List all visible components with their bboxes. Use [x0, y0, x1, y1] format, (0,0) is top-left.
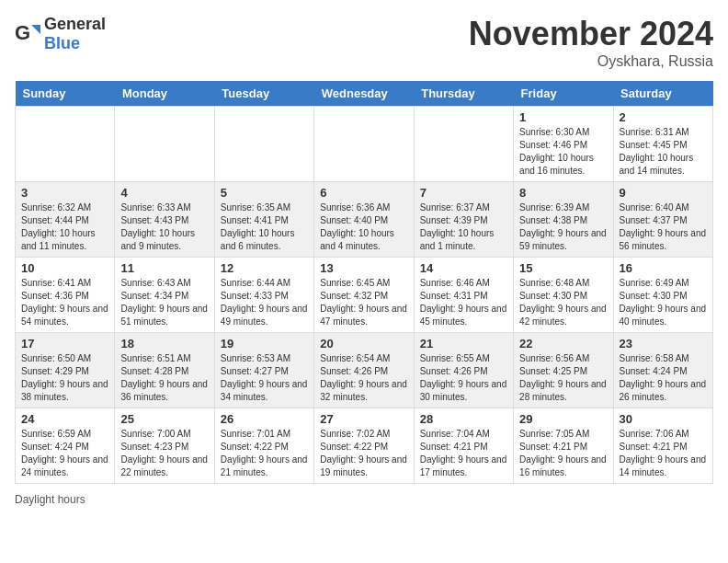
- calendar-cell: [115, 107, 214, 182]
- calendar-header-row: SundayMondayTuesdayWednesdayThursdayFrid…: [16, 81, 713, 107]
- day-number: 30: [620, 412, 707, 426]
- calendar-cell: 7Sunrise: 6:37 AM Sunset: 4:39 PM Daylig…: [414, 182, 513, 258]
- svg-text:G: G: [15, 21, 30, 44]
- logo: G General Blue: [15, 15, 106, 53]
- logo-blue: Blue: [44, 34, 80, 52]
- calendar-cell: 19Sunrise: 6:53 AM Sunset: 4:27 PM Dayli…: [214, 333, 313, 408]
- day-info: Sunrise: 7:02 AM Sunset: 4:22 PM Dayligh…: [320, 428, 407, 479]
- day-info: Sunrise: 6:45 AM Sunset: 4:32 PM Dayligh…: [320, 277, 407, 328]
- calendar-body: 1Sunrise: 6:30 AM Sunset: 4:46 PM Daylig…: [16, 107, 713, 484]
- calendar-cell: 16Sunrise: 6:49 AM Sunset: 4:30 PM Dayli…: [613, 258, 712, 333]
- day-number: 7: [420, 186, 507, 200]
- calendar-cell: 29Sunrise: 7:05 AM Sunset: 4:21 PM Dayli…: [514, 408, 613, 484]
- calendar-cell: 4Sunrise: 6:33 AM Sunset: 4:43 PM Daylig…: [115, 182, 214, 258]
- calendar-cell: 20Sunrise: 6:54 AM Sunset: 4:26 PM Dayli…: [314, 333, 414, 408]
- day-info: Sunrise: 7:04 AM Sunset: 4:21 PM Dayligh…: [420, 428, 507, 479]
- calendar-cell: 18Sunrise: 6:51 AM Sunset: 4:28 PM Dayli…: [115, 333, 214, 408]
- day-info: Sunrise: 6:32 AM Sunset: 4:44 PM Dayligh…: [21, 201, 108, 253]
- day-info: Sunrise: 6:50 AM Sunset: 4:29 PM Dayligh…: [21, 352, 108, 404]
- calendar-cell: 1Sunrise: 6:30 AM Sunset: 4:46 PM Daylig…: [514, 107, 613, 182]
- calendar-cell: 17Sunrise: 6:50 AM Sunset: 4:29 PM Dayli…: [16, 333, 115, 408]
- day-info: Sunrise: 6:35 AM Sunset: 4:41 PM Dayligh…: [221, 201, 308, 253]
- calendar-cell: [214, 107, 313, 182]
- calendar-cell: 24Sunrise: 6:59 AM Sunset: 4:24 PM Dayli…: [16, 408, 115, 484]
- day-number: 9: [620, 186, 707, 200]
- calendar-week-row: 24Sunrise: 6:59 AM Sunset: 4:24 PM Dayli…: [16, 408, 713, 484]
- calendar-week-row: 17Sunrise: 6:50 AM Sunset: 4:29 PM Dayli…: [16, 333, 713, 408]
- calendar-cell: [16, 107, 115, 182]
- day-number: 26: [221, 412, 308, 426]
- day-info: Sunrise: 6:37 AM Sunset: 4:39 PM Dayligh…: [420, 201, 507, 253]
- day-info: Sunrise: 6:43 AM Sunset: 4:34 PM Dayligh…: [120, 277, 208, 328]
- day-info: Sunrise: 6:49 AM Sunset: 4:30 PM Dayligh…: [620, 277, 707, 328]
- day-number: 16: [620, 261, 707, 275]
- month-title: November 2024: [469, 15, 713, 53]
- day-info: Sunrise: 6:33 AM Sunset: 4:43 PM Dayligh…: [120, 201, 208, 253]
- calendar-cell: [314, 107, 414, 182]
- calendar-cell: 22Sunrise: 6:56 AM Sunset: 4:25 PM Dayli…: [514, 333, 613, 408]
- calendar-cell: 6Sunrise: 6:36 AM Sunset: 4:40 PM Daylig…: [314, 182, 414, 258]
- day-info: Sunrise: 7:06 AM Sunset: 4:21 PM Dayligh…: [620, 428, 707, 479]
- calendar-cell: 3Sunrise: 6:32 AM Sunset: 4:44 PM Daylig…: [16, 182, 115, 258]
- daylight-footer: Daylight hours: [15, 493, 713, 506]
- day-info: Sunrise: 6:54 AM Sunset: 4:26 PM Dayligh…: [320, 352, 407, 404]
- day-number: 20: [320, 337, 407, 350]
- calendar-day-header: Wednesday: [314, 81, 414, 107]
- calendar-week-row: 3Sunrise: 6:32 AM Sunset: 4:44 PM Daylig…: [16, 182, 713, 258]
- day-number: 28: [420, 412, 507, 426]
- svg-marker-1: [31, 25, 40, 34]
- day-number: 1: [519, 110, 607, 124]
- day-number: 14: [420, 261, 507, 275]
- day-info: Sunrise: 6:56 AM Sunset: 4:25 PM Dayligh…: [519, 352, 607, 404]
- calendar-week-row: 10Sunrise: 6:41 AM Sunset: 4:36 PM Dayli…: [16, 258, 713, 333]
- day-info: Sunrise: 6:48 AM Sunset: 4:30 PM Dayligh…: [519, 277, 607, 328]
- calendar-week-row: 1Sunrise: 6:30 AM Sunset: 4:46 PM Daylig…: [16, 107, 713, 182]
- day-info: Sunrise: 6:58 AM Sunset: 4:24 PM Dayligh…: [620, 352, 707, 404]
- calendar-cell: [414, 107, 513, 182]
- logo-icon: G: [15, 21, 40, 47]
- day-info: Sunrise: 6:53 AM Sunset: 4:27 PM Dayligh…: [221, 352, 308, 404]
- calendar-day-header: Thursday: [414, 81, 513, 107]
- day-number: 15: [519, 261, 607, 275]
- location-title: Oyskhara, Russia: [469, 53, 713, 70]
- calendar-cell: 26Sunrise: 7:01 AM Sunset: 4:22 PM Dayli…: [214, 408, 313, 484]
- day-info: Sunrise: 6:44 AM Sunset: 4:33 PM Dayligh…: [221, 277, 308, 328]
- day-info: Sunrise: 6:46 AM Sunset: 4:31 PM Dayligh…: [420, 277, 507, 328]
- calendar-cell: 30Sunrise: 7:06 AM Sunset: 4:21 PM Dayli…: [613, 408, 712, 484]
- day-info: Sunrise: 7:00 AM Sunset: 4:23 PM Dayligh…: [120, 428, 208, 479]
- day-number: 6: [320, 186, 407, 200]
- day-number: 24: [21, 412, 108, 426]
- day-number: 17: [21, 337, 108, 350]
- calendar-cell: 27Sunrise: 7:02 AM Sunset: 4:22 PM Dayli…: [314, 408, 414, 484]
- logo-general: General: [44, 15, 106, 33]
- calendar-cell: 2Sunrise: 6:31 AM Sunset: 4:45 PM Daylig…: [613, 107, 712, 182]
- day-number: 18: [120, 337, 208, 350]
- day-number: 27: [320, 412, 407, 426]
- day-info: Sunrise: 6:59 AM Sunset: 4:24 PM Dayligh…: [21, 428, 108, 479]
- day-number: 4: [120, 186, 208, 200]
- calendar-table: SundayMondayTuesdayWednesdayThursdayFrid…: [15, 81, 713, 484]
- day-number: 5: [221, 186, 308, 200]
- day-number: 23: [620, 337, 707, 350]
- day-info: Sunrise: 6:51 AM Sunset: 4:28 PM Dayligh…: [120, 352, 208, 404]
- day-info: Sunrise: 6:41 AM Sunset: 4:36 PM Dayligh…: [21, 277, 108, 328]
- day-number: 22: [519, 337, 607, 350]
- calendar-cell: 23Sunrise: 6:58 AM Sunset: 4:24 PM Dayli…: [613, 333, 712, 408]
- calendar-day-header: Friday: [514, 81, 613, 107]
- title-area: November 2024 Oyskhara, Russia: [469, 15, 713, 70]
- calendar-cell: 8Sunrise: 6:39 AM Sunset: 4:38 PM Daylig…: [514, 182, 613, 258]
- calendar-cell: 28Sunrise: 7:04 AM Sunset: 4:21 PM Dayli…: [414, 408, 513, 484]
- day-number: 12: [221, 261, 308, 275]
- calendar-day-header: Monday: [115, 81, 214, 107]
- day-info: Sunrise: 6:55 AM Sunset: 4:26 PM Dayligh…: [420, 352, 507, 404]
- calendar-cell: 14Sunrise: 6:46 AM Sunset: 4:31 PM Dayli…: [414, 258, 513, 333]
- calendar-cell: 13Sunrise: 6:45 AM Sunset: 4:32 PM Dayli…: [314, 258, 414, 333]
- day-number: 10: [21, 261, 108, 275]
- calendar-cell: 10Sunrise: 6:41 AM Sunset: 4:36 PM Dayli…: [16, 258, 115, 333]
- calendar-cell: 21Sunrise: 6:55 AM Sunset: 4:26 PM Dayli…: [414, 333, 513, 408]
- day-info: Sunrise: 6:31 AM Sunset: 4:45 PM Dayligh…: [620, 126, 707, 178]
- calendar-cell: 15Sunrise: 6:48 AM Sunset: 4:30 PM Dayli…: [514, 258, 613, 333]
- calendar-day-header: Tuesday: [214, 81, 313, 107]
- calendar-day-header: Sunday: [16, 81, 115, 107]
- calendar-cell: 5Sunrise: 6:35 AM Sunset: 4:41 PM Daylig…: [214, 182, 313, 258]
